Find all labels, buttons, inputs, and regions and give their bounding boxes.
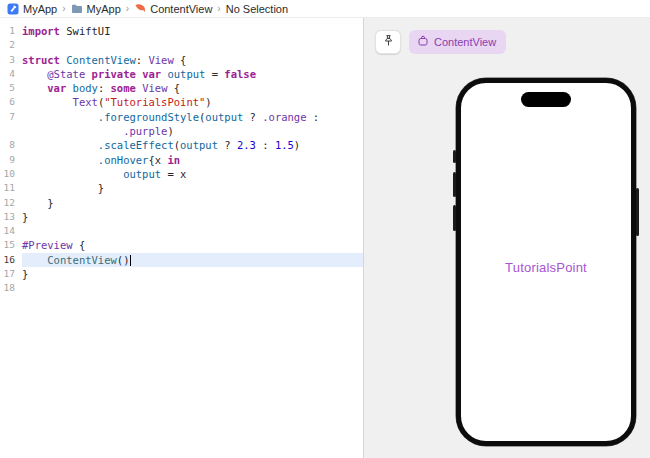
code-row[interactable]: 1import SwiftUI — [0, 24, 363, 38]
code-line: .purple) — [22, 124, 363, 138]
code-line: .onHover{x in — [22, 153, 363, 167]
breadcrumb-label: MyApp — [23, 3, 57, 15]
line-number: 16 — [0, 253, 22, 267]
editor-split: 1import SwiftUI23struct ContentView: Vie… — [0, 18, 650, 458]
code-line: .scaleEffect(output ? 2.3 : 1.5) — [22, 138, 363, 152]
code-row[interactable]: 4 @State private var output = false — [0, 67, 363, 81]
dynamic-island — [521, 92, 571, 107]
code-line: } — [22, 267, 363, 281]
line-number: 1 — [0, 24, 22, 38]
code-row[interactable]: 13} — [0, 210, 363, 224]
code-line: } — [22, 181, 363, 195]
code-row[interactable]: 11 } — [0, 181, 363, 195]
code-row[interactable]: 9 .onHover{x in — [0, 153, 363, 167]
code-row[interactable]: 7 .foregroundStyle(output ? .orange : — [0, 110, 363, 124]
code-row[interactable]: 12 } — [0, 196, 363, 210]
code-line: struct ContentView: View { — [22, 53, 363, 67]
code-line: var body: some View { — [22, 81, 363, 95]
code-row[interactable]: 2 — [0, 38, 363, 52]
breadcrumb-label: ContentView — [150, 3, 212, 15]
folder-icon — [71, 3, 83, 15]
volume-down-button — [453, 205, 456, 231]
breadcrumb-separator: › — [126, 3, 129, 14]
line-number: 4 — [0, 67, 22, 81]
code-row[interactable]: 8 .scaleEffect(output ? 2.3 : 1.5) — [0, 138, 363, 152]
code-row[interactable]: 14 — [0, 224, 363, 238]
code-line: } — [22, 210, 363, 224]
line-number: 18 — [0, 281, 22, 295]
preview-text-label: TutorialsPoint — [505, 260, 587, 275]
pin-preview-button[interactable] — [375, 30, 401, 54]
line-number: 11 — [0, 181, 22, 195]
breadcrumb-label: No Selection — [226, 3, 288, 15]
volume-up-button — [453, 172, 456, 197]
line-number: 9 — [0, 153, 22, 167]
code-line — [22, 38, 363, 52]
preview-canvas: ContentView TutorialsPoint — [363, 18, 650, 458]
code-line: output = x — [22, 167, 363, 181]
code-line: @State private var output = false — [22, 67, 363, 81]
line-number: 10 — [0, 167, 22, 181]
line-number: 7 — [0, 110, 22, 124]
line-number: 8 — [0, 138, 22, 152]
breadcrumb-group[interactable]: MyApp — [71, 3, 121, 15]
code-row[interactable]: 3struct ContentView: View { — [0, 53, 363, 67]
code-line: .foregroundStyle(output ? .orange : — [22, 110, 363, 124]
preview-tab-contentview[interactable]: ContentView — [409, 30, 506, 54]
preview-tab-label: ContentView — [434, 36, 496, 48]
breadcrumb-separator: › — [217, 3, 220, 14]
line-number: 3 — [0, 53, 22, 67]
breadcrumb-project[interactable]: MyApp — [7, 3, 57, 15]
line-number: 2 — [0, 38, 22, 52]
app-icon — [7, 3, 19, 15]
swift-file-icon — [134, 3, 146, 15]
code-line — [22, 224, 363, 238]
code-line: ContentView() — [22, 253, 363, 267]
line-number: 13 — [0, 210, 22, 224]
xcode-window: MyApp › MyApp › ContentView › No Selecti… — [0, 0, 650, 458]
mute-switch — [453, 150, 456, 163]
code-line: Text("TutorialsPoint") — [22, 95, 363, 109]
code-line: import SwiftUI — [22, 24, 363, 38]
code-row[interactable]: 6 Text("TutorialsPoint") — [0, 95, 363, 109]
preview-screen[interactable]: TutorialsPoint — [462, 84, 630, 440]
line-number: 12 — [0, 196, 22, 210]
text-cursor — [130, 255, 132, 266]
code-row[interactable]: 18 — [0, 281, 363, 295]
code-row[interactable]: 16 ContentView() — [0, 253, 363, 267]
line-number: 5 — [0, 81, 22, 95]
code-area: 1import SwiftUI23struct ContentView: Vie… — [0, 24, 363, 296]
power-button — [636, 188, 639, 236]
code-row[interactable]: 5 var body: some View { — [0, 81, 363, 95]
code-row[interactable]: 15#Preview { — [0, 238, 363, 252]
code-line — [22, 281, 363, 295]
app-device-icon — [417, 33, 429, 51]
iphone-preview-device: TutorialsPoint — [456, 78, 636, 446]
code-row[interactable]: 10 output = x — [0, 167, 363, 181]
canvas-toolbar: ContentView — [375, 30, 506, 54]
code-editor[interactable]: 1import SwiftUI23struct ContentView: Vie… — [0, 18, 363, 458]
pin-icon — [382, 34, 395, 50]
line-number — [0, 124, 22, 138]
line-number: 14 — [0, 224, 22, 238]
code-row[interactable]: .purple) — [0, 124, 363, 138]
line-number: 6 — [0, 95, 22, 109]
breadcrumb-selection[interactable]: No Selection — [226, 3, 288, 15]
jump-bar: MyApp › MyApp › ContentView › No Selecti… — [0, 0, 650, 18]
code-line: } — [22, 196, 363, 210]
breadcrumb-label: MyApp — [87, 3, 121, 15]
line-number: 15 — [0, 238, 22, 252]
code-line: #Preview { — [22, 238, 363, 252]
breadcrumb-file[interactable]: ContentView — [134, 3, 212, 15]
code-row[interactable]: 17} — [0, 267, 363, 281]
line-number: 17 — [0, 267, 22, 281]
breadcrumb-separator: › — [62, 3, 65, 14]
